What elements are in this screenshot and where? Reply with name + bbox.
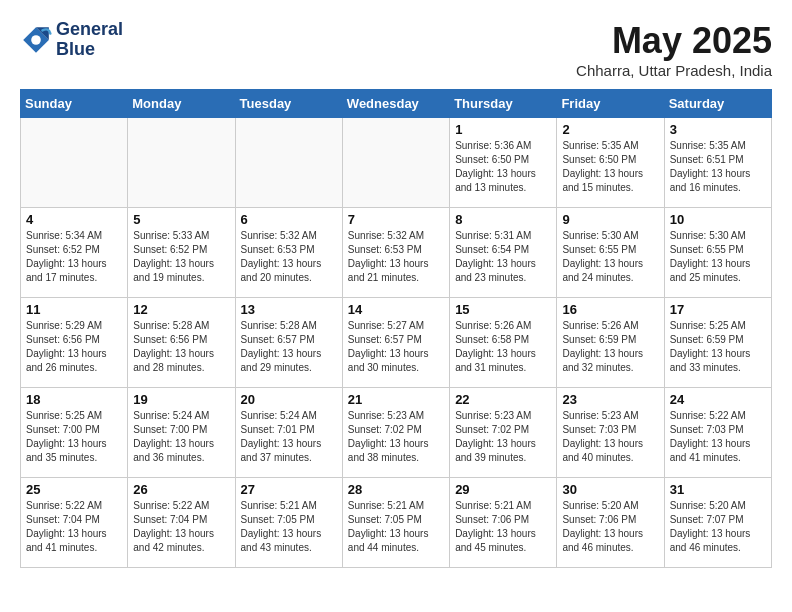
calendar-cell: 17Sunrise: 5:25 AMSunset: 6:59 PMDayligh…	[664, 298, 771, 388]
calendar-cell	[21, 118, 128, 208]
calendar-cell: 8Sunrise: 5:31 AMSunset: 6:54 PMDaylight…	[450, 208, 557, 298]
logo-line1: General	[56, 20, 123, 40]
calendar-cell: 6Sunrise: 5:32 AMSunset: 6:53 PMDaylight…	[235, 208, 342, 298]
week-row-5: 25Sunrise: 5:22 AMSunset: 7:04 PMDayligh…	[21, 478, 772, 568]
calendar-cell: 21Sunrise: 5:23 AMSunset: 7:02 PMDayligh…	[342, 388, 449, 478]
day-number: 31	[670, 482, 766, 497]
calendar-cell: 7Sunrise: 5:32 AMSunset: 6:53 PMDaylight…	[342, 208, 449, 298]
calendar-cell: 11Sunrise: 5:29 AMSunset: 6:56 PMDayligh…	[21, 298, 128, 388]
day-number: 10	[670, 212, 766, 227]
day-number: 7	[348, 212, 444, 227]
day-number: 4	[26, 212, 122, 227]
day-number: 17	[670, 302, 766, 317]
day-number: 8	[455, 212, 551, 227]
day-number: 25	[26, 482, 122, 497]
calendar-cell: 4Sunrise: 5:34 AMSunset: 6:52 PMDaylight…	[21, 208, 128, 298]
day-number: 26	[133, 482, 229, 497]
day-info: Sunrise: 5:30 AMSunset: 6:55 PMDaylight:…	[562, 229, 658, 285]
title-block: May 2025 Chharra, Uttar Pradesh, India	[576, 20, 772, 79]
day-number: 6	[241, 212, 337, 227]
calendar-cell: 18Sunrise: 5:25 AMSunset: 7:00 PMDayligh…	[21, 388, 128, 478]
week-row-4: 18Sunrise: 5:25 AMSunset: 7:00 PMDayligh…	[21, 388, 772, 478]
calendar-cell: 24Sunrise: 5:22 AMSunset: 7:03 PMDayligh…	[664, 388, 771, 478]
day-number: 18	[26, 392, 122, 407]
calendar-cell: 14Sunrise: 5:27 AMSunset: 6:57 PMDayligh…	[342, 298, 449, 388]
day-info: Sunrise: 5:29 AMSunset: 6:56 PMDaylight:…	[26, 319, 122, 375]
calendar-cell: 10Sunrise: 5:30 AMSunset: 6:55 PMDayligh…	[664, 208, 771, 298]
calendar-cell: 9Sunrise: 5:30 AMSunset: 6:55 PMDaylight…	[557, 208, 664, 298]
day-info: Sunrise: 5:25 AMSunset: 6:59 PMDaylight:…	[670, 319, 766, 375]
day-info: Sunrise: 5:32 AMSunset: 6:53 PMDaylight:…	[241, 229, 337, 285]
day-info: Sunrise: 5:21 AMSunset: 7:06 PMDaylight:…	[455, 499, 551, 555]
day-info: Sunrise: 5:32 AMSunset: 6:53 PMDaylight:…	[348, 229, 444, 285]
calendar-cell: 15Sunrise: 5:26 AMSunset: 6:58 PMDayligh…	[450, 298, 557, 388]
day-info: Sunrise: 5:24 AMSunset: 7:01 PMDaylight:…	[241, 409, 337, 465]
logo-line2: Blue	[56, 40, 123, 60]
day-info: Sunrise: 5:31 AMSunset: 6:54 PMDaylight:…	[455, 229, 551, 285]
page-header: General Blue May 2025 Chharra, Uttar Pra…	[20, 20, 772, 79]
day-info: Sunrise: 5:21 AMSunset: 7:05 PMDaylight:…	[348, 499, 444, 555]
week-row-2: 4Sunrise: 5:34 AMSunset: 6:52 PMDaylight…	[21, 208, 772, 298]
day-number: 5	[133, 212, 229, 227]
weekday-header-thursday: Thursday	[450, 90, 557, 118]
day-number: 16	[562, 302, 658, 317]
logo: General Blue	[20, 20, 123, 60]
day-info: Sunrise: 5:21 AMSunset: 7:05 PMDaylight:…	[241, 499, 337, 555]
logo-icon	[20, 24, 52, 56]
day-number: 2	[562, 122, 658, 137]
calendar-cell: 16Sunrise: 5:26 AMSunset: 6:59 PMDayligh…	[557, 298, 664, 388]
calendar-cell: 27Sunrise: 5:21 AMSunset: 7:05 PMDayligh…	[235, 478, 342, 568]
day-number: 29	[455, 482, 551, 497]
day-info: Sunrise: 5:20 AMSunset: 7:07 PMDaylight:…	[670, 499, 766, 555]
calendar-cell	[235, 118, 342, 208]
day-info: Sunrise: 5:23 AMSunset: 7:02 PMDaylight:…	[455, 409, 551, 465]
weekday-header-tuesday: Tuesday	[235, 90, 342, 118]
day-number: 11	[26, 302, 122, 317]
calendar-cell: 26Sunrise: 5:22 AMSunset: 7:04 PMDayligh…	[128, 478, 235, 568]
day-number: 9	[562, 212, 658, 227]
calendar-cell: 20Sunrise: 5:24 AMSunset: 7:01 PMDayligh…	[235, 388, 342, 478]
month-title: May 2025	[576, 20, 772, 62]
calendar-cell: 2Sunrise: 5:35 AMSunset: 6:50 PMDaylight…	[557, 118, 664, 208]
day-number: 3	[670, 122, 766, 137]
day-number: 12	[133, 302, 229, 317]
day-number: 20	[241, 392, 337, 407]
day-number: 28	[348, 482, 444, 497]
day-info: Sunrise: 5:23 AMSunset: 7:02 PMDaylight:…	[348, 409, 444, 465]
calendar-cell: 5Sunrise: 5:33 AMSunset: 6:52 PMDaylight…	[128, 208, 235, 298]
week-row-3: 11Sunrise: 5:29 AMSunset: 6:56 PMDayligh…	[21, 298, 772, 388]
day-info: Sunrise: 5:34 AMSunset: 6:52 PMDaylight:…	[26, 229, 122, 285]
calendar-cell: 22Sunrise: 5:23 AMSunset: 7:02 PMDayligh…	[450, 388, 557, 478]
calendar-cell: 29Sunrise: 5:21 AMSunset: 7:06 PMDayligh…	[450, 478, 557, 568]
day-number: 27	[241, 482, 337, 497]
day-info: Sunrise: 5:23 AMSunset: 7:03 PMDaylight:…	[562, 409, 658, 465]
day-number: 14	[348, 302, 444, 317]
day-info: Sunrise: 5:22 AMSunset: 7:04 PMDaylight:…	[26, 499, 122, 555]
weekday-header-sunday: Sunday	[21, 90, 128, 118]
calendar-cell: 13Sunrise: 5:28 AMSunset: 6:57 PMDayligh…	[235, 298, 342, 388]
calendar-cell: 3Sunrise: 5:35 AMSunset: 6:51 PMDaylight…	[664, 118, 771, 208]
calendar-table: SundayMondayTuesdayWednesdayThursdayFrid…	[20, 89, 772, 568]
calendar-cell: 23Sunrise: 5:23 AMSunset: 7:03 PMDayligh…	[557, 388, 664, 478]
day-info: Sunrise: 5:24 AMSunset: 7:00 PMDaylight:…	[133, 409, 229, 465]
calendar-cell	[342, 118, 449, 208]
calendar-cell: 31Sunrise: 5:20 AMSunset: 7:07 PMDayligh…	[664, 478, 771, 568]
calendar-cell: 30Sunrise: 5:20 AMSunset: 7:06 PMDayligh…	[557, 478, 664, 568]
calendar-cell: 12Sunrise: 5:28 AMSunset: 6:56 PMDayligh…	[128, 298, 235, 388]
weekday-header-friday: Friday	[557, 90, 664, 118]
day-info: Sunrise: 5:22 AMSunset: 7:04 PMDaylight:…	[133, 499, 229, 555]
day-info: Sunrise: 5:28 AMSunset: 6:57 PMDaylight:…	[241, 319, 337, 375]
day-info: Sunrise: 5:20 AMSunset: 7:06 PMDaylight:…	[562, 499, 658, 555]
week-row-1: 1Sunrise: 5:36 AMSunset: 6:50 PMDaylight…	[21, 118, 772, 208]
svg-point-2	[31, 35, 41, 45]
day-number: 23	[562, 392, 658, 407]
calendar-cell: 25Sunrise: 5:22 AMSunset: 7:04 PMDayligh…	[21, 478, 128, 568]
day-info: Sunrise: 5:25 AMSunset: 7:00 PMDaylight:…	[26, 409, 122, 465]
day-info: Sunrise: 5:30 AMSunset: 6:55 PMDaylight:…	[670, 229, 766, 285]
day-number: 22	[455, 392, 551, 407]
day-number: 15	[455, 302, 551, 317]
location: Chharra, Uttar Pradesh, India	[576, 62, 772, 79]
day-info: Sunrise: 5:35 AMSunset: 6:50 PMDaylight:…	[562, 139, 658, 195]
day-number: 24	[670, 392, 766, 407]
day-number: 30	[562, 482, 658, 497]
